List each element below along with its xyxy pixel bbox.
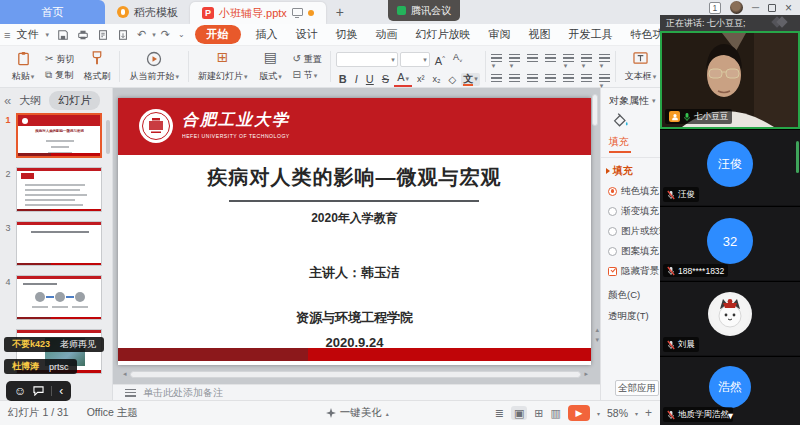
tab-home[interactable]: 首页: [0, 0, 105, 24]
horizontal-scroll-thumb[interactable]: [130, 371, 582, 378]
fill-section-header[interactable]: 填充: [601, 158, 660, 181]
textbox-button[interactable]: 文本框: [621, 48, 661, 85]
option-picture-texture-fill[interactable]: 图片或纹理: [601, 221, 660, 241]
emoji-button[interactable]: ☺: [14, 385, 26, 397]
slide-thumbnail-2[interactable]: [16, 167, 102, 212]
tab-document[interactable]: P 小班辅导.pptx: [190, 2, 326, 24]
print-preview-icon[interactable]: [93, 29, 113, 41]
chat-bubble-button[interactable]: [33, 382, 44, 400]
menu-view[interactable]: 视图: [520, 27, 560, 42]
print-icon[interactable]: [73, 29, 93, 41]
beautify-button[interactable]: 一键美化 ▴: [326, 406, 389, 420]
distribute-icon[interactable]: [563, 74, 574, 83]
underline-button[interactable]: U: [363, 72, 377, 87]
close-button[interactable]: ×: [785, 3, 792, 13]
file-caret-icon[interactable]: [40, 31, 53, 39]
format-painter-button[interactable]: 格式刷: [79, 48, 114, 85]
bullets-icon[interactable]: [491, 54, 502, 63]
paragraph-more-icon[interactable]: [599, 74, 610, 83]
current-slide-canvas[interactable]: 合肥工业大学 HEFEI UNIVERSITY OF TECHNOLOGY 疾病…: [118, 98, 591, 365]
font-family-select[interactable]: [336, 52, 398, 67]
decrease-indent-icon[interactable]: [527, 54, 538, 63]
justify-icon[interactable]: [545, 74, 556, 83]
vertical-scrollbar[interactable]: [592, 94, 598, 126]
align-right-icon[interactable]: [527, 74, 538, 83]
play-from-current-button[interactable]: 从当前开始: [125, 48, 183, 85]
output-pdf-icon[interactable]: [113, 29, 133, 41]
increase-indent-icon[interactable]: [545, 54, 556, 63]
participant-tile[interactable]: 汪俊 汪俊: [660, 129, 800, 205]
scroll-right-icon[interactable]: ▸: [584, 370, 588, 378]
menu-developer[interactable]: 开发工具: [560, 27, 622, 42]
scroll-left-icon[interactable]: ◂: [123, 370, 127, 378]
copy-button[interactable]: ⧉ 复制: [42, 67, 77, 83]
font-size-select[interactable]: [400, 52, 430, 67]
zoom-caret-icon[interactable]: ▾: [635, 410, 638, 417]
collapse-panel-button[interactable]: «: [4, 93, 11, 108]
expand-participants-icon[interactable]: ▼: [726, 411, 735, 421]
maximize-button[interactable]: [768, 4, 776, 12]
menu-animations[interactable]: 动画: [367, 27, 407, 42]
option-pattern-fill[interactable]: 图案填充: [601, 241, 660, 261]
slide-thumbnail-1[interactable]: 疾病对人类的影响—微观与宏观: [16, 113, 102, 158]
menu-slideshow[interactable]: 幻灯片放映: [407, 27, 480, 42]
char-highlight-button[interactable]: 文: [461, 73, 480, 86]
collapse-chat-button[interactable]: ‹: [59, 385, 63, 397]
subscript-button[interactable]: x₂: [429, 72, 443, 87]
slide-sorter-icon[interactable]: ⊞: [534, 407, 543, 419]
participant-tile[interactable]: 32 188****1832: [660, 206, 800, 280]
italic-button[interactable]: I: [352, 72, 361, 87]
menu-home[interactable]: 开始: [195, 25, 241, 44]
horizontal-scrollbar[interactable]: ◂ ▸: [123, 370, 588, 378]
account-avatar[interactable]: [730, 1, 743, 14]
option-solid-fill[interactable]: 纯色填充: [601, 181, 660, 201]
vertical-align-icon[interactable]: [581, 74, 592, 83]
increase-font-button[interactable]: A^: [432, 51, 448, 69]
reading-view-icon[interactable]: ▥: [551, 407, 561, 419]
next-slide-button[interactable]: ▾: [595, 336, 599, 343]
slideshow-play-button[interactable]: ▶: [568, 405, 590, 421]
decrease-font-button[interactable]: A˅: [450, 50, 466, 69]
redo-icon[interactable]: ↷: [157, 28, 174, 41]
paste-button[interactable]: 粘贴: [6, 48, 40, 85]
checkbox-hide-background[interactable]: 隐藏背景: [601, 261, 660, 281]
slide-thumbnail-4[interactable]: [16, 275, 102, 320]
zoom-level[interactable]: 58%: [607, 407, 628, 419]
tab-outline[interactable]: 大纲: [19, 93, 41, 108]
play-caret-icon[interactable]: ▾: [597, 410, 600, 417]
slide-layout-button[interactable]: ▤ 版式: [253, 48, 287, 85]
menu-file[interactable]: 文件: [14, 27, 40, 42]
meeting-scrollbar[interactable]: [796, 141, 799, 173]
sidebar-scrollbar[interactable]: [106, 120, 110, 154]
align-center-icon[interactable]: [509, 74, 520, 83]
bold-button[interactable]: B: [336, 72, 350, 87]
menu-transitions[interactable]: 切换: [327, 27, 367, 42]
previous-slide-button[interactable]: ▴: [595, 326, 599, 333]
participant-tile[interactable]: 刘晨: [660, 281, 800, 355]
clear-format-button[interactable]: ◇: [445, 72, 459, 87]
line-spacing-icon[interactable]: [563, 54, 574, 63]
tencent-meeting-widget[interactable]: 腾讯会议: [388, 0, 460, 21]
notes-toggle-icon[interactable]: ≣: [495, 407, 504, 419]
slide-thumbnail-3[interactable]: [16, 221, 102, 266]
strikethrough-button[interactable]: S: [379, 72, 392, 87]
menu-insert[interactable]: 插入: [247, 27, 287, 42]
minimize-button[interactable]: ─: [752, 3, 759, 13]
participant-tile[interactable]: 浩然 地质学周浩然 ▼: [660, 356, 800, 425]
numbering-icon[interactable]: [509, 54, 520, 63]
tab-slides[interactable]: 幻灯片: [49, 91, 100, 110]
cut-button[interactable]: ✂ 剪切: [42, 51, 77, 67]
tab-fill[interactable]: 填充: [601, 131, 660, 151]
hamburger-icon[interactable]: ≡: [0, 29, 14, 41]
align-left-icon[interactable]: [491, 74, 502, 83]
active-speaker-video[interactable]: 七小豆豆: [660, 31, 800, 129]
text-direction-icon[interactable]: [599, 54, 610, 63]
apply-all-button[interactable]: 全部应用: [615, 380, 659, 396]
save-icon[interactable]: [53, 29, 73, 41]
zoom-in-button[interactable]: +: [645, 406, 652, 420]
superscript-button[interactable]: x²: [414, 72, 428, 87]
reset-button[interactable]: ↺ 重置: [289, 51, 324, 67]
font-color-button[interactable]: A: [394, 71, 412, 87]
new-slide-button[interactable]: ⊞ 新建幻灯片: [194, 48, 252, 85]
more-commands-icon[interactable]: ⌄: [174, 30, 189, 39]
